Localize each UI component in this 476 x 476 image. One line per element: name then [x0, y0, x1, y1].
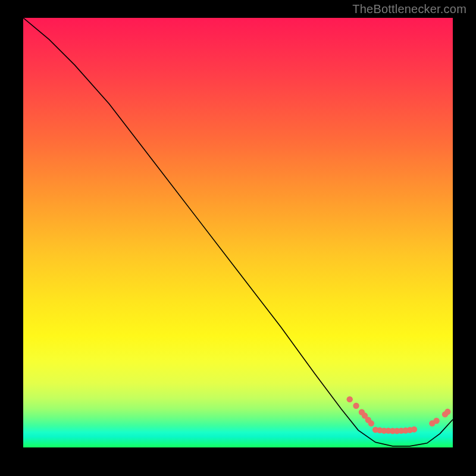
data-marker	[411, 426, 417, 432]
attribution-label: TheBottlenecker.com	[352, 2, 466, 16]
bottleneck-curve	[23, 18, 453, 446]
data-marker	[353, 403, 359, 409]
data-markers	[347, 396, 451, 434]
chart-stage: TheBottlenecker.com	[0, 0, 476, 476]
curve-layer	[23, 18, 453, 447]
data-marker	[444, 409, 450, 415]
data-marker	[433, 418, 439, 424]
plot-area	[23, 18, 453, 447]
data-marker	[368, 420, 374, 426]
data-marker	[347, 396, 353, 402]
